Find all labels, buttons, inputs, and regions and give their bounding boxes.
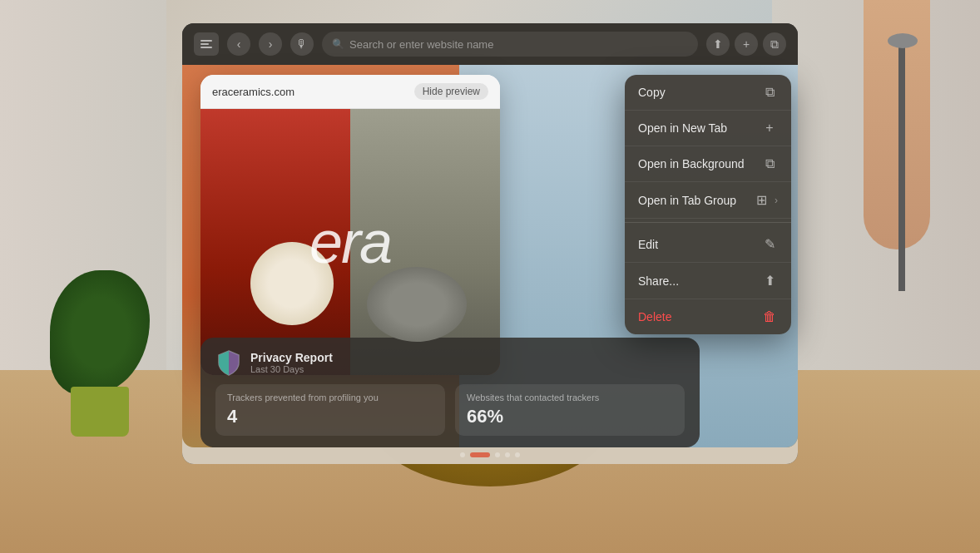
menu-item-copy[interactable]: Copy ⧉ <box>625 75 791 111</box>
menu-item-share[interactable]: Share... ⬆ <box>625 263 791 299</box>
menu-item-open-new-tab[interactable]: Open in New Tab + <box>625 111 791 146</box>
open-background-icon: ⧉ <box>761 156 778 171</box>
tab-group-icon: ⊞ <box>753 192 770 208</box>
edit-label: Edit <box>638 238 658 251</box>
content-layer: eraceramics.com Hide preview era Copy ⧉ <box>182 65 798 464</box>
privacy-stats: Trackers prevented from profiling you 4 … <box>215 384 685 436</box>
delete-label: Delete <box>638 310 671 323</box>
plate-right <box>367 267 467 342</box>
tabs-icon: ⧉ <box>770 37 779 52</box>
privacy-header: Privacy Report Last 30 Days <box>215 349 685 376</box>
browser-window: ‹ › 🎙 🔍 Search or enter website name ⬆ +… <box>182 23 798 464</box>
preview-image: era <box>200 109 500 375</box>
hide-preview-button[interactable]: Hide preview <box>414 83 488 100</box>
forward-icon: › <box>269 37 273 51</box>
microphone-button[interactable]: 🎙 <box>290 32 314 56</box>
new-tab-icon: + <box>761 121 778 136</box>
context-menu: Copy ⧉ Open in New Tab + Open in Backgro… <box>625 75 791 334</box>
trackers-label: Trackers prevented from profiling you <box>227 393 433 402</box>
preview-url: eraceramics.com <box>212 86 294 98</box>
dot-4 <box>505 452 510 457</box>
toolbar-right-buttons: ⬆ + ⧉ <box>706 32 786 56</box>
share-button[interactable]: ⬆ <box>706 32 730 56</box>
menu-item-delete[interactable]: Delete 🗑 <box>625 299 791 334</box>
lamp-pole <box>898 42 905 291</box>
dot-2-active <box>470 452 490 457</box>
privacy-title-group: Privacy Report Last 30 Days <box>250 351 333 374</box>
menu-item-open-tab-group[interactable]: Open in Tab Group ⊞ › <box>625 182 791 219</box>
preview-header: eraceramics.com Hide preview <box>200 75 500 109</box>
trackers-value: 4 <box>227 406 433 427</box>
dot-5 <box>515 452 520 457</box>
back-icon: ‹ <box>237 37 241 51</box>
preview-card: eraceramics.com Hide preview era <box>200 75 500 375</box>
sidebar-icon <box>200 40 212 48</box>
progress-dots <box>460 452 520 457</box>
forward-button[interactable]: › <box>259 32 282 56</box>
privacy-title: Privacy Report <box>250 351 333 364</box>
chevron-right-icon: › <box>775 195 778 206</box>
privacy-section: Privacy Report Last 30 Days Trackers pre… <box>200 338 700 447</box>
copy-icon: ⧉ <box>761 85 778 100</box>
tab-group-row: Open in Tab Group <box>638 194 736 207</box>
open-background-label: Open in Background <box>638 157 745 170</box>
websites-value: 66% <box>467 406 673 427</box>
dot-1 <box>460 452 465 457</box>
sidebar-toggle-button[interactable] <box>194 32 219 56</box>
open-new-tab-label: Open in New Tab <box>638 121 727 135</box>
new-tab-button[interactable]: + <box>735 32 758 56</box>
delete-icon: 🗑 <box>761 309 778 324</box>
open-tab-group-label: Open in Tab Group <box>638 194 736 207</box>
privacy-stat-trackers: Trackers prevented from profiling you 4 <box>215 384 445 436</box>
search-icon: 🔍 <box>332 38 344 50</box>
microphone-icon: 🎙 <box>296 37 308 51</box>
edit-icon: ✎ <box>761 236 778 252</box>
privacy-subtitle: Last 30 Days <box>250 364 333 374</box>
share-label: Share... <box>638 274 679 288</box>
copy-label: Copy <box>638 86 666 99</box>
tab-group-right: ⊞ › <box>753 192 778 208</box>
dot-3 <box>495 452 500 457</box>
tabs-button[interactable]: ⧉ <box>763 32 786 56</box>
share-menu-icon: ⬆ <box>761 273 778 289</box>
websites-label: Websites that contacted trackers <box>467 393 673 402</box>
plant-leaves <box>50 270 150 395</box>
plant-pot <box>71 387 129 437</box>
menu-divider <box>625 222 791 223</box>
back-button[interactable]: ‹ <box>227 32 250 56</box>
bookmark-area: eraceramics.com Hide preview era Copy ⧉ <box>182 65 798 464</box>
plant <box>50 270 150 437</box>
brand-text: era <box>309 208 391 276</box>
menu-item-open-background[interactable]: Open in Background ⧉ <box>625 146 791 182</box>
privacy-stat-websites: Websites that contacted trackers 66% <box>455 384 685 436</box>
share-icon: ⬆ <box>713 37 723 51</box>
search-placeholder: Search or enter website name <box>349 38 493 51</box>
lamp-top <box>888 33 918 48</box>
browser-toolbar: ‹ › 🎙 🔍 Search or enter website name ⬆ +… <box>182 23 798 65</box>
plus-icon: + <box>743 37 750 51</box>
shield-icon <box>215 349 242 376</box>
search-bar[interactable]: 🔍 Search or enter website name <box>322 32 698 57</box>
menu-item-edit[interactable]: Edit ✎ <box>625 226 791 263</box>
